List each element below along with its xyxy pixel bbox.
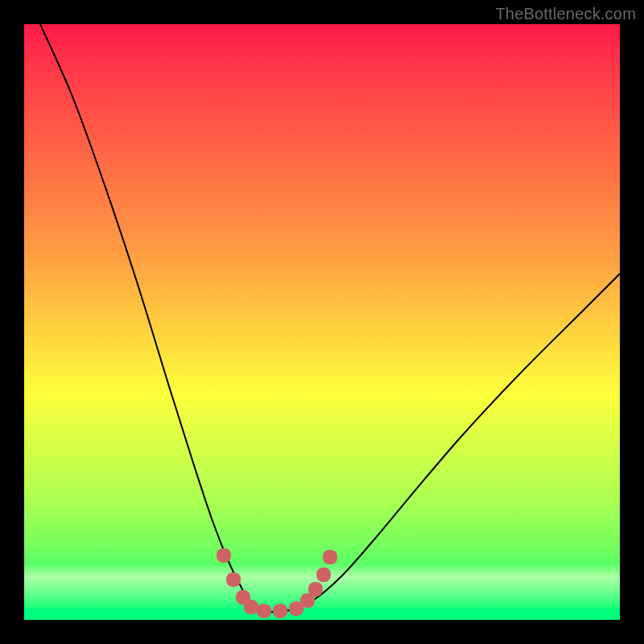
valley-marker	[323, 550, 337, 564]
chart-plot-area	[24, 24, 620, 620]
valley-marker	[308, 582, 323, 597]
valley-marker	[217, 548, 231, 563]
highlight-band	[24, 564, 620, 610]
chart-frame: TheBottleneck.com	[0, 0, 644, 644]
chart-svg	[24, 24, 620, 620]
valley-markers-group	[217, 548, 337, 618]
valley-marker	[316, 568, 331, 582]
bottom-green-strip	[24, 609, 620, 620]
valley-marker	[300, 593, 315, 608]
valley-marker	[236, 590, 250, 605]
bottleneck-curve	[40, 24, 620, 612]
watermark-text: TheBottleneck.com	[495, 5, 636, 23]
valley-marker	[226, 572, 241, 587]
